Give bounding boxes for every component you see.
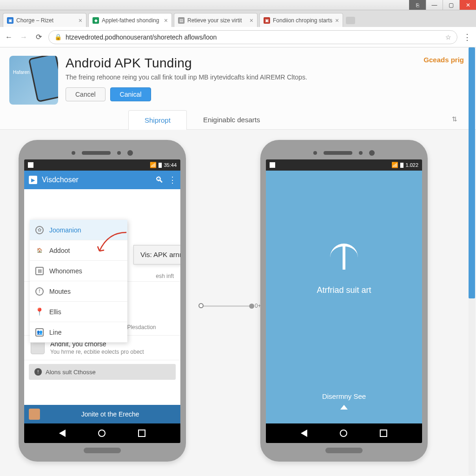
share-icon[interactable]: ⎘ [409, 0, 426, 10]
notif-icon [28, 162, 33, 168]
splash-logo-icon [330, 244, 358, 271]
maximize-button[interactable]: ▢ [443, 0, 459, 10]
status-left [270, 162, 391, 168]
drawer-item-joomanion[interactable]: ✿ Joomanion [30, 220, 127, 240]
zoom-slider[interactable]: 0+ [201, 303, 261, 309]
browser-tab[interactable]: ▣ Fondiion chroping starts × [259, 13, 343, 27]
nav-recent-icon[interactable] [138, 430, 145, 437]
tab-close-icon[interactable]: × [164, 17, 168, 24]
tab-title: Fondiion chroping starts [273, 17, 332, 24]
drawer-item-moutes[interactable]: f Moutes [30, 281, 127, 302]
minimize-button[interactable]: — [426, 0, 443, 10]
status-bar: 📶 35:44 [24, 159, 180, 171]
forward-button[interactable]: → [19, 32, 29, 42]
search-icon[interactable]: 🔍︎ [155, 175, 164, 185]
page-subtitle: The freing rehoone reing you call fink t… [66, 73, 467, 81]
app-logo-icon[interactable]: ▶ [29, 176, 37, 184]
drawer-menu: ✿ Joomanion 🏠 Addoot ▦ Whonomes f [30, 220, 127, 343]
favicon-icon: ▣ [264, 17, 270, 24]
splash-action[interactable]: Disermny See [322, 392, 366, 400]
notif-icon [270, 162, 275, 168]
drawer-label: Joomanion [49, 226, 81, 234]
scrollbar-thumb[interactable] [469, 47, 475, 298]
canical-button[interactable]: Canical [110, 87, 152, 101]
tooltip-text: Vis: APK arnrite appl s:horing imi binea… [140, 251, 180, 258]
tab-title: Applet-fathed shonding [102, 17, 161, 24]
page-title: Android APK Tunding [66, 56, 467, 71]
slider-stop-icon [249, 304, 254, 309]
splash-screen: Atrfriad suit art Disermny See [266, 171, 422, 423]
status-left [28, 162, 150, 168]
camera-dot-icon [127, 150, 133, 156]
header-link[interactable]: Gceads prig [423, 56, 464, 64]
lock-icon: 🔒 [54, 33, 62, 40]
status-time: 35:44 [164, 162, 177, 168]
browser-tab[interactable]: ▣ Chorge – Rizet × [3, 13, 86, 27]
tab-title: Retieve your size virtit [187, 17, 247, 24]
status-bar: 📶 1.022 [266, 159, 422, 171]
slider-handle-icon[interactable] [198, 303, 204, 308]
sensor-dot-icon [72, 151, 75, 155]
feed-banner[interactable]: ! Alons sult Cthosse [29, 364, 176, 380]
nav-home-icon[interactable] [340, 430, 347, 437]
grid-icon: ▦ [35, 267, 44, 275]
vertical-scrollbar[interactable] [469, 47, 475, 475]
feed-sub: You hrrne re, ecbitie eolects pro obect [50, 349, 144, 355]
phone-home-button [325, 448, 363, 453]
tab-title: Chorge – Rizet [16, 17, 76, 24]
page-content: Hafaren Viite Android APK Tunding The fr… [0, 47, 476, 476]
drawer-item-whonomes[interactable]: ▦ Whonomes [30, 261, 127, 281]
wifi-icon: 📶 [391, 162, 398, 168]
close-button[interactable]: ✕ [459, 0, 476, 10]
tab-close-icon[interactable]: × [250, 17, 253, 24]
overflow-icon[interactable]: ⋮ [168, 175, 176, 185]
battery-icon [400, 163, 403, 168]
splash-title: Atrfriad suit art [317, 285, 371, 295]
reload-button[interactable]: ⟳ [33, 32, 44, 42]
app-bar-title: Visdchoser [42, 176, 151, 184]
nav-home-icon[interactable] [98, 430, 106, 437]
nav-back-icon[interactable] [301, 430, 307, 437]
nav-recent-icon[interactable] [380, 430, 387, 437]
page-meta: Android APK Tunding The freing rehoone r… [66, 56, 467, 129]
nav-back-icon[interactable] [59, 430, 66, 437]
footer-text: Jonite ot the Ereche [45, 410, 176, 418]
browser-tabstrip: ▣ Chorge – Rizet × ◆ Applet-fathed shond… [0, 10, 476, 27]
status-right: 📶 1.022 [391, 162, 418, 168]
browser-tab[interactable]: ▤ Retieve your size virtit × [174, 13, 258, 27]
pin-icon: 📍 [35, 308, 44, 316]
tab-util-icon[interactable]: ⇅ [443, 110, 467, 129]
chevron-up-icon[interactable] [340, 405, 348, 410]
drawer-item-addoot[interactable]: 🏠 Addoot [30, 240, 127, 261]
app-bar: ▶ Visdchoser 🔍︎ ⋮ [24, 171, 180, 189]
url-text: htzevedroted.podhonouserant/shoretech af… [66, 33, 442, 41]
os-titlebar: ⎘ — ▢ ✕ [0, 0, 476, 10]
drawer-item-line[interactable]: 👥 Line [30, 322, 127, 343]
bookmark-star-icon[interactable]: ☆ [445, 33, 451, 41]
browser-tab-active[interactable]: ◆ Applet-fathed shonding × [88, 13, 172, 27]
drawer-item-ellis[interactable]: 📍 Ellis [30, 302, 127, 322]
phone-speaker-row [24, 146, 180, 159]
drawer-label: Ellis [49, 308, 61, 316]
feed-footer[interactable]: Jonite ot the Ereche [24, 405, 180, 423]
tab-eniginablc[interactable]: Eniginablc desarts [187, 110, 277, 129]
battery-icon [159, 163, 162, 168]
drawer-label: Moutes [49, 288, 71, 295]
tab-close-icon[interactable]: × [79, 17, 82, 24]
info-icon: ! [34, 368, 42, 376]
new-tab-button[interactable] [346, 17, 355, 24]
browser-menu-button[interactable]: ⋮ [462, 32, 472, 42]
status-right: 📶 35:44 [150, 162, 177, 168]
cancel-button[interactable]: Cancel [66, 87, 106, 101]
back-button[interactable]: ← [4, 32, 14, 42]
slider-track[interactable] [201, 305, 252, 307]
wifi-icon: 📶 [150, 162, 157, 168]
phone-screen-right: 📶 1.022 Atrfriad suit art Disermny See [266, 159, 422, 443]
avatar [29, 409, 40, 420]
phone-mock-right: 📶 1.022 Atrfriad suit art Disermny See [260, 140, 428, 462]
address-bar[interactable]: 🔒 htzevedroted.podhonouserant/shoretech … [48, 30, 457, 44]
action-buttons: Cancel Canical [66, 87, 467, 101]
favicon-icon: ◆ [93, 17, 99, 24]
tab-close-icon[interactable]: × [335, 17, 339, 24]
tab-shipropt[interactable]: Shipropt [128, 110, 187, 130]
